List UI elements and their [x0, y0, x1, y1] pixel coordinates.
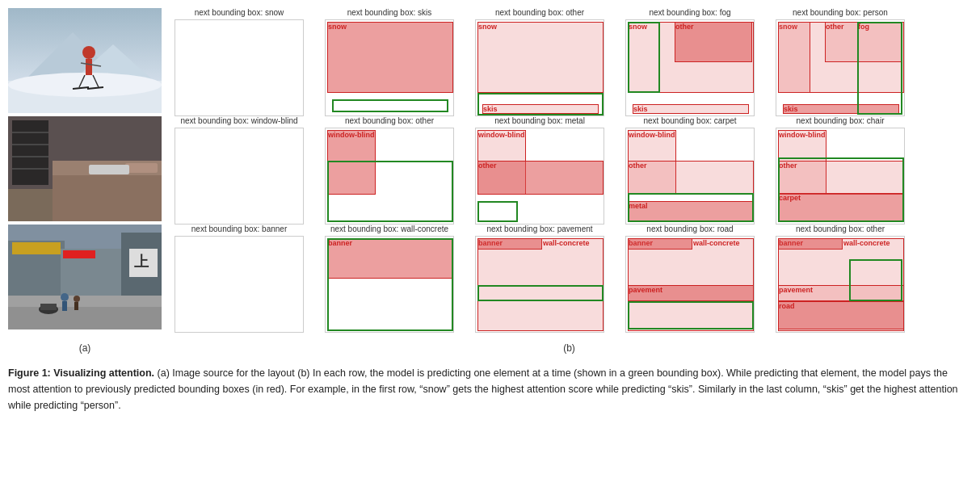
box-r2-c3-b2: pavement [628, 285, 754, 301]
box-r0-c3-b3 [628, 22, 660, 93]
figure-caption: Figure 1: Visualizing attention. (a) Ima… [8, 365, 969, 413]
box-label-r2-c4-b2: pavement [779, 286, 813, 294]
box-label-r2-c4-b1: wall-concrete [843, 239, 890, 247]
row-0: next bounding box: snownext bounding box… [8, 8, 972, 116]
bbox-canvas-r2-c4: bannerwall-concretepavementroad [776, 236, 905, 333]
box-r0-c4-b4 [857, 22, 902, 115]
bbox-title-r0-c0: next bounding box: snow [195, 8, 284, 17]
bbox-cell-r0-c2: next bounding box: othersnowskis [467, 8, 612, 116]
svg-text:上: 上 [134, 254, 149, 270]
bbox-cell-r1-c0: next bounding box: window-blind [166, 116, 312, 225]
box-label-r0-c3-b2: skis [633, 105, 648, 113]
box-r0-c1-b0: snow [327, 22, 453, 93]
label-a: (a) [8, 342, 162, 354]
box-r0-c3-b2: skis [633, 104, 749, 114]
bbox-cell-r2-c4: next bounding box: otherbannerwall-concr… [768, 225, 913, 333]
label-row: (a) (b) [8, 342, 972, 354]
bbox-canvas-r1-c2: window-blindother [475, 128, 604, 225]
bbox-title-r2-c0: next bounding box: banner [191, 225, 287, 233]
svg-rect-37 [74, 302, 78, 310]
box-label-r2-c4-b3: road [779, 302, 795, 310]
box-label-r1-c3-b0: window-blind [629, 131, 675, 139]
photo-street: 上 [8, 225, 162, 329]
bbox-canvas-r2-c3: bannerwall-concretepavement [625, 236, 755, 333]
bbox-title-r1-c0: next bounding box: window-blind [180, 116, 297, 125]
svg-point-34 [61, 293, 69, 301]
bbox-title-r0-c4: next bounding box: person [793, 8, 888, 17]
bbox-canvas-r1-c0 [175, 128, 304, 225]
bbox-canvas-r1-c1: window-blind [325, 128, 454, 225]
bbox-title-r2-c1: next bounding box: wall-concrete [330, 225, 448, 233]
row-1: next bounding box: window-blindnext boun… [8, 116, 972, 225]
bbox-canvas-r0-c2: snowskis [475, 19, 604, 116]
svg-point-6 [82, 46, 95, 59]
bbox-cell-r0-c3: next bounding box: fogsnowotherskis [617, 8, 763, 116]
box-r1-c2-b2 [477, 201, 518, 222]
box-label-r1-c4-b0: window-blind [779, 131, 826, 139]
box-r2-c4-b3: road [778, 301, 904, 329]
bbox-cell-r1-c4: next bounding box: chairwindow-blindothe… [768, 116, 913, 225]
box-label-r0-c4-b1: other [826, 23, 844, 31]
svg-rect-33 [8, 296, 162, 307]
bbox-title-r1-c2: next bounding box: metal [494, 116, 585, 125]
box-label-r1-c1-b0: window-blind [328, 131, 375, 139]
svg-rect-39 [40, 304, 57, 310]
box-label-r0-c2-b0: snow [478, 23, 497, 31]
bbox-title-r0-c3: next bounding box: fog [649, 8, 730, 17]
svg-rect-31 [63, 250, 95, 258]
box-r1-c1-b1 [327, 161, 453, 222]
box-label-r0-c4-b2: skis [784, 105, 798, 113]
grid-rows: next bounding box: snownext bounding box… [8, 8, 972, 333]
svg-rect-30 [12, 242, 61, 254]
box-label-r1-c2-b1: other [478, 162, 497, 170]
photo-ski [8, 8, 162, 113]
bbox-canvas-r2-c0 [175, 236, 304, 333]
bbox-title-r1-c1: next bounding box: other [345, 116, 434, 125]
svg-rect-24 [89, 165, 129, 174]
bbox-canvas-r2-c1: banner [325, 236, 454, 333]
bbox-canvas-r2-c2: bannerwall-concrete [475, 236, 604, 333]
bbox-canvas-r0-c0 [175, 19, 304, 116]
box-r1-c3-b3 [628, 193, 754, 222]
bbox-title-r1-c4: next bounding box: chair [797, 116, 885, 125]
bbox-title-r2-c4: next bounding box: other [796, 225, 885, 233]
bbox-title-r2-c2: next bounding box: pavement [486, 225, 592, 233]
box-r0-c3-b1: other [675, 22, 752, 62]
box-label-r2-c3-b2: pavement [629, 286, 662, 294]
bbox-title-r1-c3: next bounding box: carpet [643, 116, 736, 125]
bbox-cell-r2-c1: next bounding box: wall-concretebanner [317, 225, 462, 333]
bbox-cell-r1-c3: next bounding box: carpetwindow-blindoth… [617, 116, 763, 225]
svg-rect-32 [8, 305, 162, 329]
box-label-r0-c1-b0: snow [328, 23, 347, 31]
box-r1-c2-b1: other [477, 161, 604, 195]
bbox-cell-r1-c1: next bounding box: otherwindow-blind [317, 116, 462, 225]
box-label-r0-c2-b2: skis [483, 105, 498, 113]
box-r1-c3-b1: other [628, 161, 754, 195]
caption-title: Figure 1: Visualizing attention. [8, 367, 154, 379]
box-r2-c4-b4 [849, 259, 902, 301]
bbox-cell-r1-c2: next bounding box: metalwindow-blindothe… [467, 116, 612, 225]
box-label-r2-c3-b1: wall-concrete [693, 239, 740, 247]
bbox-cell-r0-c0: next bounding box: snow [166, 8, 312, 116]
bbox-title-r0-c1: next bounding box: skis [347, 8, 432, 17]
svg-rect-16 [12, 120, 48, 185]
bbox-cell-r2-c0: next bounding box: banner [166, 225, 312, 333]
bbox-canvas-r0-c3: snowotherskis [625, 19, 755, 116]
svg-rect-7 [86, 59, 92, 75]
box-label-r1-c2-b0: window-blind [478, 131, 525, 139]
svg-rect-21 [53, 169, 162, 221]
bbox-cell-r2-c2: next bounding box: pavementbannerwall-co… [467, 225, 612, 333]
box-r0-c1-b1 [332, 99, 448, 112]
bbox-canvas-r0-c4: snowotherskisfog [776, 19, 905, 116]
bbox-title-r2-c3: next bounding box: road [646, 225, 733, 233]
box-r2-c3-b3 [628, 301, 754, 329]
box-r0-c2-b2: skis [482, 104, 599, 114]
bbox-cell-r2-c3: next bounding box: roadbannerwall-concre… [617, 225, 763, 333]
bbox-canvas-r1-c3: window-blindothermetal [625, 128, 755, 225]
bbox-cell-r0-c1: next bounding box: skissnow [317, 8, 462, 116]
box-r1-c4-b3 [778, 157, 904, 222]
svg-rect-35 [62, 301, 67, 311]
box-r0-c2-b0: snow [477, 22, 604, 93]
bbox-canvas-r1-c4: window-blindothercarpet [776, 128, 905, 225]
bbox-canvas-r0-c1: snow [325, 19, 454, 116]
